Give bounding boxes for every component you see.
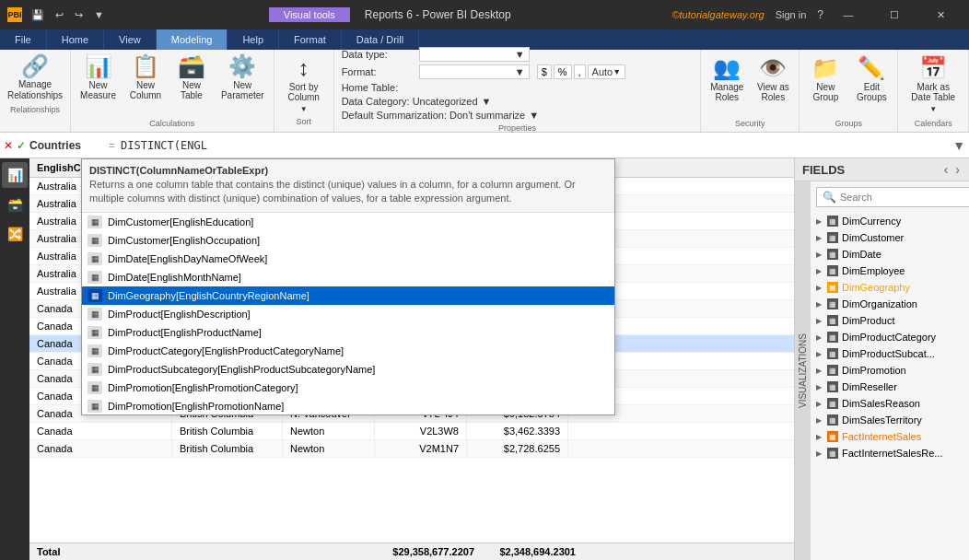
list-item[interactable]: ▦ DimProductCategory[EnglishProductCateg… <box>82 342 614 360</box>
field-DimProductCategory[interactable]: ▶ ▦ DimProductCategory <box>811 329 969 345</box>
field-toggle-icon: ▶ <box>816 217 823 225</box>
manage-relationships-btn[interactable]: 🔗 ManageRelationships Relationships <box>0 50 71 132</box>
manage-roles-btn[interactable]: 👥 ManageRoles <box>705 53 749 106</box>
new-group-btn[interactable]: 📁 NewGroup <box>803 53 847 106</box>
search-input[interactable] <box>840 192 967 203</box>
list-item[interactable]: ▦ DimPromotion[EnglishPromotionCategory] <box>82 379 614 397</box>
field-FactInternetSales[interactable]: ▶ ▦ FactInternetSales <box>811 428 969 445</box>
visualizations-label[interactable]: VISUALIZATIONS <box>795 181 811 560</box>
comma-btn[interactable]: , <box>574 64 586 79</box>
field-FactInternetSalesRe[interactable]: ▶ ▦ FactInternetSalesRe... <box>811 445 969 461</box>
sort-group-label: Sort <box>282 117 326 128</box>
quick-access-dropdown[interactable]: ▼ <box>90 7 108 23</box>
list-item[interactable]: ▦ DimCustomer[EnglishEducation] <box>82 213 614 231</box>
table-row: Canada British Columbia Newton V2M1N7 $2… <box>29 440 794 458</box>
close-btn[interactable]: ✕ <box>919 0 962 29</box>
report-view-icon[interactable]: 📊 <box>2 162 28 188</box>
field-label: DimProduct <box>842 315 894 326</box>
formula-close-btn[interactable]: ✕ <box>4 139 13 152</box>
field-DimEmployee[interactable]: ▶ ▦ DimEmployee <box>811 262 969 279</box>
redo-btn[interactable]: ↪ <box>71 7 87 23</box>
new-group-label: NewGroup <box>812 82 838 102</box>
field-DimSalesTerritory[interactable]: ▶ ▦ DimSalesTerritory <box>811 412 969 428</box>
formula-bar: ✕ ✓ Countries = ▼ <box>0 133 969 158</box>
ac-item-icon: ▦ <box>88 344 102 357</box>
format-dropdown[interactable]: ▼ <box>419 64 530 79</box>
minimize-btn[interactable]: — <box>827 0 870 29</box>
search-box[interactable]: 🔍 <box>816 187 969 207</box>
cell-c3: V2M1N7 <box>375 440 467 457</box>
field-table-icon: ▦ <box>827 348 838 359</box>
tab-format[interactable]: Format <box>279 29 342 50</box>
field-DimCurrency[interactable]: ▶ ▦ DimCurrency <box>811 213 969 229</box>
new-measure-icon: 📊 <box>85 55 112 77</box>
home-table-label: Home Table: <box>342 82 399 93</box>
security-group: 👥 ManageRoles 👁️ View asRoles Security <box>701 50 800 132</box>
field-DimPromotion[interactable]: ▶ ▦ DimPromotion <box>811 362 969 379</box>
field-table-icon: ▦ <box>827 249 838 260</box>
field-label: DimCustomer <box>842 232 904 243</box>
sign-in[interactable]: Sign in <box>776 9 807 20</box>
mark-date-label: Mark asDate Table <box>911 82 955 102</box>
field-DimOrganization[interactable]: ▶ ▦ DimOrganization <box>811 296 969 312</box>
save-quick-btn[interactable]: 💾 <box>28 7 48 23</box>
tab-view[interactable]: View <box>104 29 157 50</box>
percent-btn[interactable]: % <box>554 64 572 79</box>
edit-groups-btn[interactable]: ✏️ EditGroups <box>849 53 893 106</box>
field-DimGeography[interactable]: ▶ ▦ DimGeography <box>811 279 969 296</box>
list-item[interactable]: ▦ DimDate[EnglishDayNameOfWeek] <box>82 250 614 268</box>
groups-group: 📁 NewGroup ✏️ EditGroups Groups <box>800 50 898 132</box>
maximize-btn[interactable]: ☐ <box>873 0 916 29</box>
new-column-btn[interactable]: 📋 NewColumn <box>123 52 168 104</box>
sort-by-column-btn[interactable]: ↕ Sort byColumn ▼ <box>282 53 326 117</box>
groups-label: Groups <box>803 119 893 128</box>
formula-expand-btn[interactable]: ▼ <box>952 138 965 153</box>
right-panel: FIELDS ‹ › VISUALIZATIONS 🔍 ▶ ▦ DimCurre… <box>794 158 969 560</box>
field-toggle-icon: ▶ <box>816 416 823 424</box>
panel-left-arrow[interactable]: ‹ <box>942 162 951 177</box>
currency-btn[interactable]: $ <box>537 64 552 79</box>
list-item-selected[interactable]: ▦ DimGeography[EnglishCountryRegionName] <box>82 286 614 305</box>
tab-modeling[interactable]: Modeling <box>157 29 228 50</box>
mark-as-date-table-btn[interactable]: 📅 Mark asDate Table ▼ <box>905 53 961 117</box>
field-DimDate[interactable]: ▶ ▦ DimDate <box>811 246 969 262</box>
list-item[interactable]: ▦ DimProductSubcategory[EnglishProductSu… <box>82 360 614 379</box>
field-DimReseller[interactable]: ▶ ▦ DimReseller <box>811 379 969 395</box>
visual-tools-tab: Visual tools <box>269 7 350 22</box>
data-category-dropdown[interactable]: ▼ <box>482 96 492 107</box>
field-DimSalesReason[interactable]: ▶ ▦ DimSalesReason <box>811 395 969 412</box>
undo-btn[interactable]: ↩ <box>52 7 67 23</box>
data-view-icon[interactable]: 🗃️ <box>2 192 28 217</box>
left-sidebar: 📊 🗃️ 🔀 <box>0 158 29 560</box>
new-measure-btn[interactable]: 📊 NewMeasure <box>75 52 122 104</box>
ac-item-label: DimProduct[EnglishDescription] <box>108 309 251 320</box>
autocomplete-popup: DISTINCT(ColumnNameOrTableExpr) Returns … <box>81 158 615 415</box>
auto-dropdown[interactable]: Auto▼ <box>588 64 626 79</box>
mark-date-dropdown[interactable]: ▼ <box>929 105 937 113</box>
field-DimCustomer[interactable]: ▶ ▦ DimCustomer <box>811 229 969 246</box>
summarization-dropdown[interactable]: ▼ <box>529 110 539 121</box>
list-item[interactable]: ▦ DimProduct[EnglishDescription] <box>82 305 614 323</box>
list-item[interactable]: ▦ DimCustomer[EnglishOccupation] <box>82 231 614 250</box>
tab-file[interactable]: File <box>0 29 47 50</box>
list-item[interactable]: ▦ DimProduct[EnglishProductName] <box>82 323 614 342</box>
data-type-dropdown[interactable]: ▼ <box>419 47 530 62</box>
cell-c2: Newton <box>283 423 375 439</box>
list-item[interactable]: ▦ DimDate[EnglishMonthName] <box>82 268 614 286</box>
panel-right-arrow[interactable]: › <box>953 162 962 177</box>
new-parameter-btn[interactable]: ⚙️ NewParameter <box>216 52 270 104</box>
sort-icon: ↕ <box>298 57 309 79</box>
tab-home[interactable]: Home <box>47 29 104 50</box>
formula-input[interactable] <box>121 139 949 152</box>
help-icon[interactable]: ? <box>817 8 823 21</box>
new-table-btn[interactable]: 🗃️ NewTable <box>169 52 214 104</box>
field-DimProduct[interactable]: ▶ ▦ DimProduct <box>811 312 969 329</box>
model-view-icon[interactable]: 🔀 <box>2 221 28 247</box>
list-item[interactable]: ▦ DimPromotion[EnglishPromotionName] <box>82 397 614 414</box>
view-as-roles-label: View asRoles <box>757 82 789 102</box>
formula-confirm-btn[interactable]: ✓ <box>17 139 26 152</box>
field-DimProductSubcat[interactable]: ▶ ▦ DimProductSubcat... <box>811 345 969 362</box>
view-as-roles-btn[interactable]: 👁️ View asRoles <box>751 53 795 106</box>
tab-help[interactable]: Help <box>228 29 279 50</box>
grid-footer: Total $29,358,677.2207 $2,348,694.2301 <box>29 542 794 560</box>
